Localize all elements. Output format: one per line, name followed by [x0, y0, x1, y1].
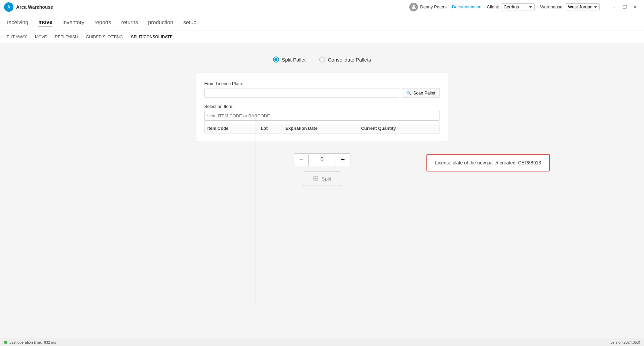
nav-item-production[interactable]: production — [148, 18, 173, 27]
consolidate-pallets-label: Consolidate Pallets — [328, 57, 371, 63]
nav-item-returns[interactable]: returns — [121, 18, 138, 27]
split-icon — [313, 175, 319, 182]
scan-pallet-button[interactable]: 🔍 Scan Pallet — [402, 88, 440, 98]
col-expiration-date: Expiration Date — [283, 124, 358, 133]
app-logo: A Arca Warehouse — [4, 2, 409, 12]
form-panel: From License Plate: 🔍 Scan Pallet Select… — [196, 73, 448, 142]
nav-item-receiving[interactable]: receiving — [7, 18, 28, 27]
avatar — [409, 3, 418, 11]
version-label: version 2024.05.0 — [611, 340, 640, 344]
status-left: Last operation time: 632 ms — [4, 340, 56, 344]
item-table: Item Code Lot Expiration Date Current Qu… — [205, 124, 440, 133]
titlebar-right: Danny Peters Documentation Client: Cerri… — [409, 2, 640, 12]
scan-row: 🔍 Scan Pallet — [204, 88, 440, 98]
close-button[interactable]: ✕ — [631, 2, 640, 12]
minimize-button[interactable]: − — [609, 2, 618, 12]
subnav-move[interactable]: MOVE — [35, 33, 47, 41]
client-label: Client: — [487, 4, 499, 9]
split-pallet-option[interactable]: Split Pallet — [273, 56, 306, 63]
item-search-input[interactable] — [204, 111, 440, 121]
col-current-quantity: Current Quantity — [358, 124, 440, 133]
client-dropdown[interactable]: Cerritus — [501, 3, 535, 10]
subnav-replenish[interactable]: REPLENISH — [55, 33, 78, 41]
decrement-button[interactable]: − — [294, 153, 309, 166]
subnav-split-consolidate[interactable]: SPLIT/CONSOLIDATE — [131, 33, 173, 41]
restore-button[interactable]: ❐ — [620, 2, 629, 12]
nav-item-inventory[interactable]: inventory — [63, 18, 84, 27]
split-button[interactable]: Split — [303, 171, 341, 186]
warehouse-label: Warehouse: — [540, 4, 564, 9]
app-name: Arca Warehouse — [16, 4, 53, 10]
svg-point-0 — [413, 5, 415, 7]
item-table-wrapper: Item Code Lot Expiration Date Current Qu… — [204, 121, 440, 133]
consolidate-pallets-radio[interactable] — [319, 56, 325, 63]
search-icon: 🔍 — [406, 90, 412, 95]
vertical-divider — [256, 110, 256, 304]
titlebar: A Arca Warehouse Danny Peters Documentat… — [0, 0, 644, 14]
window-controls: − ❐ ✕ — [609, 2, 640, 12]
split-pallet-label: Split Pallet — [282, 57, 306, 63]
quantity-input[interactable] — [309, 153, 336, 166]
qty-controls: − + — [294, 153, 350, 166]
subnav: PUT AWAY MOVE REPLENISH GUIDED SLOTTING … — [0, 31, 644, 43]
user-info: Danny Peters — [409, 3, 447, 11]
main-content: Split Pallet Consolidate Pallets From Li… — [0, 43, 644, 338]
subnav-put-away[interactable]: PUT AWAY — [7, 33, 27, 41]
status-indicator — [4, 341, 7, 344]
scan-pallet-label: Scan Pallet — [413, 90, 435, 95]
user-name: Danny Peters — [420, 4, 447, 9]
operation-label: Last operation time: — [9, 340, 42, 344]
select-item-label: Select an Item: — [204, 104, 440, 109]
logo-icon: A — [4, 2, 13, 12]
nav-item-reports[interactable]: reports — [94, 18, 111, 27]
warehouse-select-group: Warehouse: West Jordan — [540, 3, 600, 10]
license-plate-input[interactable] — [204, 88, 399, 98]
client-select-group: Client: Cerritus — [487, 3, 535, 10]
split-pallet-radio[interactable] — [273, 56, 279, 63]
operation-time: 632 ms — [44, 340, 56, 344]
nav-item-setup[interactable]: setup — [183, 18, 196, 27]
notification-message: License plate of the new pallet created:… — [435, 160, 541, 165]
notification-box: License plate of the new pallet created:… — [426, 154, 550, 171]
statusbar: Last operation time: 632 ms version 2024… — [0, 338, 644, 346]
split-label: Split — [321, 176, 331, 182]
documentation-link[interactable]: Documentation — [452, 4, 481, 9]
consolidate-pallets-option[interactable]: Consolidate Pallets — [319, 56, 371, 63]
mode-radio-group: Split Pallet Consolidate Pallets — [273, 56, 371, 63]
controls-wrapper: − + Split — [294, 145, 350, 186]
nav-item-move[interactable]: move — [38, 18, 52, 27]
subnav-guided-slotting[interactable]: GUIDED SLOTTING — [86, 33, 123, 41]
increment-button[interactable]: + — [336, 153, 350, 166]
col-lot: Lot — [258, 124, 283, 133]
from-license-plate-label: From License Plate: — [204, 81, 440, 86]
warehouse-dropdown[interactable]: West Jordan — [566, 3, 600, 10]
col-item-code: Item Code — [205, 124, 258, 133]
main-nav: receiving move inventory reports returns… — [0, 14, 644, 31]
